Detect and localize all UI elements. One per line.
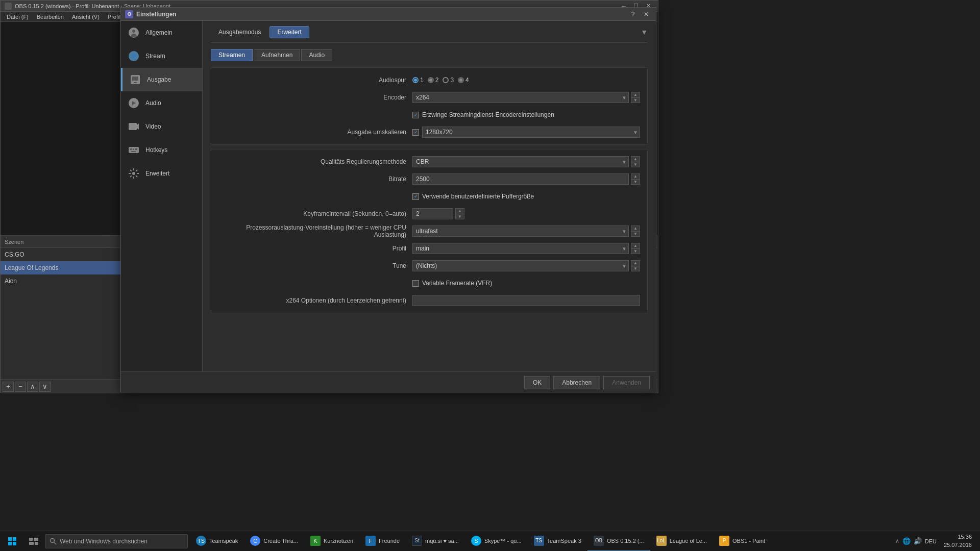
settings-cancel-btn[interactable]: Abbrechen xyxy=(553,376,600,389)
track-4-radio[interactable] xyxy=(458,77,464,83)
taskbar-item-chrome[interactable]: C Create Thra... xyxy=(244,531,304,552)
cpu-select[interactable]: ultrafast superfast veryfast faster fast… xyxy=(412,226,629,237)
cpu-control: ultrafast superfast veryfast faster fast… xyxy=(412,226,640,237)
track-4: 4 xyxy=(458,77,469,84)
quality-down-btn[interactable]: ▼ xyxy=(631,162,640,167)
mode-tab-audio[interactable]: Audio xyxy=(301,49,332,61)
encoder-up-btn[interactable]: ▲ xyxy=(631,92,640,97)
nav-ausgabe[interactable]: Ausgabe xyxy=(121,68,202,91)
bitrate-down-btn[interactable]: ▼ xyxy=(631,179,640,185)
scene-item-lol[interactable]: League Of Legends xyxy=(1,261,122,274)
tune-label: Tune xyxy=(218,262,412,269)
vfr-checkbox[interactable] xyxy=(412,280,419,287)
nav-erweitert[interactable]: Erweitert xyxy=(121,162,202,185)
menu-ansicht[interactable]: Ansicht (V) xyxy=(68,13,104,21)
quality-select[interactable]: CBR xyxy=(412,156,629,167)
move-scene-down-btn[interactable]: ∨ xyxy=(39,382,51,392)
profil-down-btn[interactable]: ▼ xyxy=(631,248,640,254)
taskbar-item-steam[interactable]: St mqu.si ♥ sa... xyxy=(406,531,465,552)
scene-item-aion[interactable]: Aion xyxy=(1,274,122,288)
track-2-radio[interactable] xyxy=(428,77,434,83)
taskbar-item-kurznotizen[interactable]: K Kurznotizen xyxy=(304,531,359,552)
custom-buffer-checkbox[interactable]: ✓ xyxy=(412,193,419,200)
settings-dialog: ⚙ Einstellungen ? ✕ Allgemein Stream xyxy=(120,7,656,392)
keyframe-input[interactable] xyxy=(412,208,453,219)
form-row-bitrate: Bitrate ▲ ▼ xyxy=(218,172,640,186)
taskbar-item-skype[interactable]: S Skype™ - qu... xyxy=(465,531,528,552)
taskbar-item-lol[interactable]: LoL League of Le... xyxy=(650,531,713,552)
tune-down-btn[interactable]: ▼ xyxy=(631,266,640,271)
settings-help-btn[interactable]: ? xyxy=(627,10,639,19)
form-section-main: Audiospur 1 2 xyxy=(211,67,648,145)
svg-point-1 xyxy=(132,30,135,33)
force-encoder-checkbox[interactable]: ✓ xyxy=(412,112,419,118)
track-3-radio[interactable] xyxy=(443,77,449,83)
move-scene-up-btn[interactable]: ∧ xyxy=(27,382,38,392)
track-4-label: 4 xyxy=(465,77,469,84)
form-row-ausgabe-umskalieren: Ausgabe umskalieren ✓ 1280x720 ▼ xyxy=(218,125,640,139)
steam-icon: St xyxy=(412,536,422,546)
nav-stream[interactable]: Stream xyxy=(121,44,202,68)
nav-hotkeys[interactable]: Hotkeys xyxy=(121,138,202,162)
start-button[interactable] xyxy=(0,531,24,552)
freunde-icon: F xyxy=(365,536,376,546)
svg-point-12 xyxy=(132,172,135,175)
taskbar-item-teamspeak[interactable]: TS Teamspeak xyxy=(190,531,244,552)
scenes-label: Szenen xyxy=(5,239,23,245)
ausgabe-umskalieren-checkbox[interactable]: ✓ xyxy=(412,129,419,136)
svg-rect-15 xyxy=(8,542,12,545)
mode-tab-aufnehmen[interactable]: Aufnehmen xyxy=(254,49,300,61)
keyframe-up-btn[interactable]: ▲ xyxy=(456,209,464,214)
taskbar-item-paint[interactable]: P OBS1 - Paint xyxy=(713,531,771,552)
cpu-up-btn[interactable]: ▲ xyxy=(631,226,640,231)
svg-line-22 xyxy=(54,542,56,544)
tune-up-btn[interactable]: ▲ xyxy=(631,261,640,266)
tune-select[interactable]: (Nichts) xyxy=(412,260,629,271)
scene-item-csgo[interactable]: CS:GO xyxy=(1,248,122,261)
skype-icon: S xyxy=(471,536,481,546)
taskbar-item-obs[interactable]: OB OBS 0.15.2 (... xyxy=(587,531,650,552)
profil-select[interactable]: main baseline high xyxy=(412,243,629,254)
track-1-label: 1 xyxy=(420,77,424,84)
tab-erweitert[interactable]: Erweitert xyxy=(270,26,309,38)
remove-scene-btn[interactable]: − xyxy=(15,382,26,392)
nav-allgemein[interactable]: Allgemein xyxy=(121,21,202,44)
encoder-down-btn[interactable]: ▼ xyxy=(631,97,640,103)
menu-bearbeiten[interactable]: Bearbeiten xyxy=(33,13,68,21)
nav-video[interactable]: Video xyxy=(121,115,202,138)
cpu-down-btn[interactable]: ▼ xyxy=(631,231,640,237)
force-encoder-label: Erzwinge Streamingdienst-Encodereinstell… xyxy=(422,111,554,118)
tab-ausgabemodus[interactable]: Ausgabemodus xyxy=(211,26,268,38)
nav-audio[interactable]: Audio xyxy=(121,91,202,115)
encoder-select[interactable]: x264 xyxy=(412,92,629,103)
settings-close-btn[interactable]: ✕ xyxy=(641,10,652,19)
profil-up-btn[interactable]: ▲ xyxy=(631,243,640,248)
tray-chevron[interactable]: ∧ xyxy=(895,538,899,544)
cpu-spinbox-btns: ▲ ▼ xyxy=(631,226,640,237)
taskbar-search[interactable]: Web und Windows durchsuchen xyxy=(45,534,188,548)
track-1-radio[interactable] xyxy=(412,77,419,83)
menu-datei[interactable]: Datei (F) xyxy=(3,13,33,21)
form-row-profil: Profil main baseline high ▼ xyxy=(218,241,640,256)
settings-apply-btn[interactable]: Anwenden xyxy=(603,376,650,389)
mode-tab-streamen[interactable]: Streamen xyxy=(211,49,253,61)
paint-icon: P xyxy=(719,536,729,546)
quality-control: CBR ▼ ▲ ▼ xyxy=(412,156,640,167)
ausgabe-resolution-select[interactable]: 1280x720 xyxy=(422,127,640,138)
quality-up-btn[interactable]: ▲ xyxy=(631,157,640,162)
bitrate-input[interactable] xyxy=(412,173,629,185)
kurznotizen-icon: K xyxy=(310,536,321,546)
tray-volume-icon: 🔊 xyxy=(914,537,922,545)
audiospur-control: 1 2 3 4 xyxy=(412,77,640,84)
tab-dropdown-arrow[interactable]: ▼ xyxy=(641,28,648,36)
taskbar-item-ts3[interactable]: TS TeamSpeak 3 xyxy=(528,531,587,552)
add-scene-btn[interactable]: + xyxy=(3,382,14,392)
keyframe-down-btn[interactable]: ▼ xyxy=(456,214,464,219)
task-view-btn[interactable] xyxy=(24,531,43,552)
bitrate-up-btn[interactable]: ▲ xyxy=(631,174,640,179)
tray-layout: DEU xyxy=(925,538,937,544)
taskbar-item-freunde[interactable]: F Freunde xyxy=(359,531,406,552)
settings-ok-btn[interactable]: OK xyxy=(524,376,550,389)
taskbar-clock[interactable]: 15:36 25.07.2016 xyxy=(940,533,976,549)
x264-options-input[interactable] xyxy=(412,295,640,306)
